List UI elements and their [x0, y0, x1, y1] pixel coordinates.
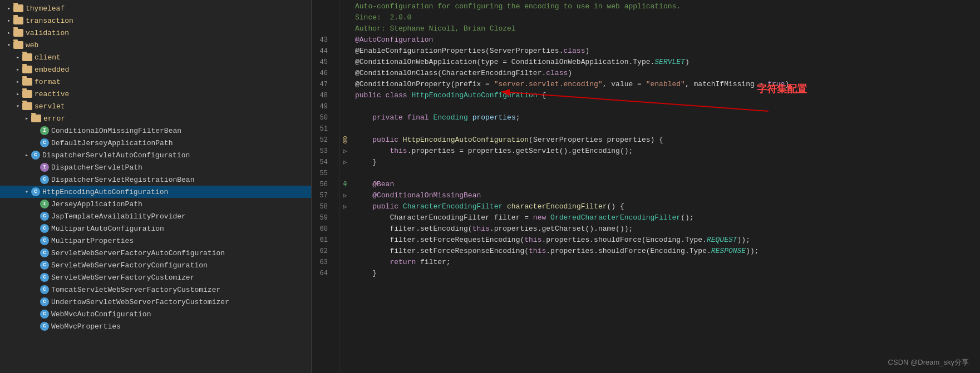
- line-num: 45: [312, 57, 332, 68]
- line-num: 62: [312, 246, 332, 257]
- sidebar-item-label: TomcatServletWebServerFactoryCustomizer: [51, 286, 220, 294]
- code-token: "server.servlet.encoding": [494, 79, 603, 90]
- sidebar-item-embedded[interactable]: embedded: [0, 63, 311, 76]
- gutter-cell: [339, 101, 351, 112]
- gutter-cell: [339, 57, 351, 68]
- sidebar-item-servlet[interactable]: servlet: [0, 100, 311, 112]
- line-num: 53: [312, 146, 332, 157]
- sidebar-item-label: HttpEncodingAutoConfiguration: [42, 188, 168, 196]
- code-token: [355, 146, 390, 157]
- gutter-cell: [339, 1, 351, 12]
- gutter-cell: [339, 112, 351, 123]
- sidebar-item-WebMvcProperties[interactable]: C WebMvcProperties: [0, 320, 311, 332]
- file-tree: thymeleaf transaction validation web cli…: [0, 0, 312, 373]
- code-line: public class HttpEncodingAutoConfigurati…: [355, 90, 980, 101]
- class-icon: C: [40, 261, 49, 270]
- sidebar-item-ConditionalOnMissingFilterBean[interactable]: I ConditionalOnMissingFilterBean: [0, 125, 311, 137]
- sidebar-item-JspTemplateAvailabilityProvider[interactable]: C JspTemplateAvailabilityProvider: [0, 210, 311, 222]
- gutter-bean-icon: ⚘: [339, 179, 351, 190]
- code-token: class: [546, 68, 568, 79]
- code-editor: 43 44 45 46 47 48 49 50 51 52 53 54 55 5…: [312, 0, 980, 373]
- line-num: 60: [312, 223, 332, 235]
- sidebar-item-ServletWebServerFactoryAutoConfiguration[interactable]: C ServletWebServerFactoryAutoConfigurati…: [0, 247, 311, 259]
- sidebar-item-format[interactable]: format: [0, 76, 311, 88]
- arrow-icon: [13, 54, 22, 61]
- code-token: filter.setForceResponseEncoding(: [355, 246, 529, 257]
- watermark: CSDN @Dream_sky分享: [888, 357, 969, 367]
- code-line: }: [355, 157, 980, 168]
- code-token: ));: [737, 235, 750, 246]
- line-num: 55: [312, 168, 332, 179]
- code-line: @EnableConfigurationProperties(ServerPro…: [355, 46, 980, 57]
- code-line: Auto-configuration for configuring the e…: [355, 1, 980, 12]
- sidebar-item-thymeleaf[interactable]: thymeleaf: [0, 2, 311, 14]
- code-token: class: [386, 90, 412, 101]
- code-line: filter.setForceResponseEncoding(this.pro…: [355, 246, 980, 257]
- class-icon: C: [40, 175, 49, 184]
- sidebar-item-client[interactable]: client: [0, 51, 311, 63]
- code-area: 43 44 45 46 47 48 49 50 51 52 53 54 55 5…: [312, 0, 980, 373]
- sidebar-item-HttpEncodingAutoConfiguration[interactable]: C HttpEncodingAutoConfiguration: [0, 186, 311, 198]
- code-token: HttpEncodingAutoConfiguration: [411, 90, 537, 101]
- sidebar-item-DispatcherServletAutoConfiguration[interactable]: C DispatcherServletAutoConfiguration: [0, 149, 311, 161]
- code-content: 43 44 45 46 47 48 49 50 51 52 53 54 55 5…: [312, 0, 980, 373]
- code-token: this: [472, 223, 490, 235]
- code-token: .properties = properties.getServlet().ge…: [407, 146, 633, 157]
- code-token: () {: [607, 201, 624, 212]
- class-icon: C: [40, 322, 49, 331]
- arrow-icon: [22, 115, 31, 122]
- code-token: [355, 112, 372, 123]
- sidebar-item-validation[interactable]: validation: [0, 27, 311, 39]
- arrow-icon: [13, 78, 22, 85]
- code-token: public: [372, 201, 403, 212]
- sidebar-item-TomcatServletWebServerFactoryCustomizer[interactable]: C TomcatServletWebServerFactoryCustomize…: [0, 284, 311, 296]
- code-token: [355, 257, 390, 268]
- code-line: public CharacterEncodingFilter character…: [355, 201, 980, 212]
- gutter-cell: ▷: [339, 190, 351, 201]
- sidebar-item-DispatcherServletPath[interactable]: I DispatcherServletPath: [0, 161, 311, 173]
- code-line: private final Encoding properties;: [355, 112, 980, 123]
- sidebar-item-reactive[interactable]: reactive: [0, 88, 311, 100]
- code-line: public HttpEncodingAutoConfiguration(Ser…: [355, 135, 980, 146]
- sidebar-item-DispatcherServletRegistrationBean[interactable]: C DispatcherServletRegistrationBean: [0, 173, 311, 186]
- sidebar-item-ServletWebServerFactoryConfiguration[interactable]: C ServletWebServerFactoryConfiguration: [0, 259, 311, 271]
- line-num: 56: [312, 179, 332, 190]
- sidebar-item-label: UndertowServletWebServerFactoryCustomize…: [51, 298, 229, 306]
- arrow-icon: [13, 103, 22, 110]
- line-num: 49: [312, 101, 332, 112]
- code-token: {: [538, 90, 546, 101]
- sidebar-item-transaction[interactable]: transaction: [0, 14, 311, 27]
- code-token: SERVLET: [654, 57, 685, 68]
- gutter-cell: ▷: [339, 157, 351, 168]
- sidebar-item-label: WebMvcProperties: [51, 322, 121, 331]
- code-token: this: [529, 246, 546, 257]
- sidebar-item-MultipartProperties[interactable]: C MultipartProperties: [0, 235, 311, 247]
- gutter-icons: @ ▷ ▷ ⚘ ▷ ▷: [339, 0, 351, 373]
- sidebar-item-UndertowServletWebServerFactoryCustomizer[interactable]: C UndertowServletWebServerFactoryCustomi…: [0, 296, 311, 308]
- code-token: final: [407, 112, 434, 123]
- sidebar-item-DefaultJerseyApplicationPath[interactable]: C DefaultJerseyApplicationPath: [0, 137, 311, 149]
- sidebar-item-WebMvcAutoConfiguration[interactable]: C WebMvcAutoConfiguration: [0, 308, 311, 320]
- arrow-icon: [13, 91, 22, 97]
- code-token: class: [563, 46, 585, 57]
- sidebar-item-ServletWebServerFactoryCustomizer[interactable]: C ServletWebServerFactoryCustomizer: [0, 271, 311, 284]
- sidebar-item-label: WebMvcAutoConfiguration: [51, 310, 151, 319]
- folder-icon: [31, 115, 41, 122]
- code-line: @ConditionalOnClass(CharacterEncodingFil…: [355, 68, 980, 79]
- line-num: 63: [312, 257, 332, 268]
- gutter-cell: ▷: [339, 201, 351, 212]
- sidebar-item-JerseyApplicationPath[interactable]: I JerseyApplicationPath: [0, 198, 311, 210]
- line-num: 58: [312, 201, 332, 212]
- code-token: properties: [472, 112, 516, 123]
- sidebar-item-error[interactable]: error: [0, 112, 311, 125]
- sidebar-item-MultipartAutoConfiguration[interactable]: C MultipartAutoConfiguration: [0, 222, 311, 235]
- code-line: return filter;: [355, 257, 980, 268]
- gutter-cell: [339, 46, 351, 57]
- code-line: Author: Stephane Nicoll, Brian Clozel: [355, 23, 980, 34]
- code-line: @ConditionalOnMissingBean: [355, 190, 980, 201]
- sidebar-item-web[interactable]: web: [0, 39, 311, 51]
- code-token: Encoding: [433, 112, 472, 123]
- line-num: 46: [312, 68, 332, 79]
- gutter-cell: [339, 212, 351, 223]
- class-icon: C: [40, 248, 49, 257]
